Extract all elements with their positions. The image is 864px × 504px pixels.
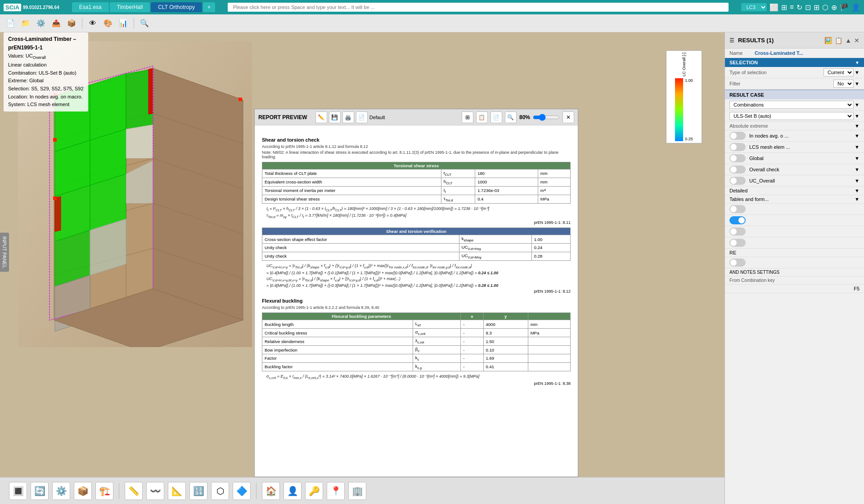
toggle-5-label: UC_Overall [749,178,775,183]
toggle-off-4[interactable] [729,259,746,267]
toolbar-icon-7[interactable]: ⬡ [822,3,828,12]
toolbar-icon-user[interactable]: 👤 [851,3,860,12]
toggle-1-label: In nodes avg. o ... [749,133,788,138]
report-content[interactable]: Shear and torsion check According to prE… [255,125,578,477]
report-edit-btn[interactable]: ✏️ [315,112,327,123]
toggle-off-1[interactable] [729,205,746,213]
section1-note: Note: N8/02: A linear interaction of she… [262,150,571,159]
toggle-off-3[interactable] [729,239,746,247]
combinations-row: Combinations ▼ [725,99,864,111]
toolbar-icon-5[interactable]: ⊡ [805,3,811,12]
bottom-btn-10[interactable]: ⬡ [211,482,229,500]
bottom-btn-2[interactable]: 🔄 [31,482,49,500]
toggle-off-row-3 [725,237,864,249]
bottom-btn-16[interactable]: 🏢 [348,482,366,500]
report-doc-btn[interactable]: 📋 [476,112,488,123]
shear-torsion-table: Shear and torsion verification Cross-sec… [262,227,571,261]
filter-dropdown[interactable]: No [833,80,854,88]
toolbar-icon-6[interactable]: ⊞ [814,3,819,12]
bottom-btn-15[interactable]: 📍 [327,482,345,500]
toggle-4[interactable] [729,165,746,174]
info-combination: Combination: ULS-Set B (auto) [8,69,84,77]
selection-section-header[interactable]: SELECTION ▼ [725,58,864,67]
table-row: Buckling factor kc,y - 0.41 [262,362,571,371]
analyze-btn[interactable]: 📊 [117,17,130,30]
section2-ref: According to prEN 1995-1-1 article 8.2.2… [262,305,571,310]
toggle-2-label: LCS mesh elem ... [749,144,790,150]
report-print-btn[interactable]: 🖨️ [342,112,354,123]
toggle-2[interactable] [729,143,746,151]
tab-esa1[interactable]: Esa1.esa [72,2,109,12]
new-file-btn[interactable]: 📄 [4,17,17,30]
search-btn[interactable]: 🔍 [138,17,151,30]
legend-labels: 1.00 0.25 [685,78,693,141]
report-preview-panel: REPORT PREVIEW ✏️ 💾 🖨️ 📄 Default ⊞ 📋 📄 🔍… [254,109,578,477]
results-icon-2[interactable]: 📋 [835,37,842,44]
new-tab-button[interactable]: + [203,2,215,12]
toolbar-icon-flag[interactable]: 🏴 [840,3,849,12]
type-selection-dropdown[interactable]: Current [824,68,854,76]
report-header: REPORT PREVIEW ✏️ 💾 🖨️ 📄 Default ⊞ 📋 📄 🔍… [255,109,578,125]
view-btn[interactable]: 👁 [86,17,99,30]
report-close-btn[interactable]: ✕ [562,112,574,123]
svg-marker-21 [148,68,153,114]
tab-timberhall[interactable]: TimberHall [110,2,150,12]
import-btn[interactable]: 📦 [65,17,78,30]
toggle-1[interactable] [729,132,746,140]
input-panel-tab[interactable]: INPUT PANEL [0,232,9,272]
lc-selector[interactable]: LC3 [741,3,767,11]
hamburger-icon[interactable]: ☰ [729,37,734,44]
bottom-btn-7[interactable]: 〰️ [146,482,164,500]
formula7: σc,crit = E0,k × Imin,x / (Lk,net,x²) = … [266,374,571,380]
report-search-btn[interactable]: 🔍 [505,112,517,123]
export-btn[interactable]: 📤 [50,17,63,30]
report-default-label: Default [369,115,385,120]
toggle-on[interactable] [729,216,746,224]
bottom-btn-11[interactable]: 🔷 [233,482,251,500]
combinations-dropdown[interactable]: Combinations [729,101,854,109]
bottom-btn-3[interactable]: ⚙️ [52,482,70,500]
bottom-btn-9[interactable]: 🔢 [189,482,207,500]
results-name-row: Name Cross-Laminated T... [725,49,864,58]
bottom-btn-6[interactable]: 📏 [125,482,143,500]
separator-2 [134,18,134,29]
toolbar-icon-2[interactable]: ⊞ [781,3,787,12]
tab-clt-orthotropy[interactable]: CLT Orthotropy [151,2,202,12]
bottom-btn-13[interactable]: 👤 [284,482,302,500]
render-btn[interactable]: 🎨 [101,17,115,30]
search-bar[interactable] [228,3,729,12]
toolbar-icon-1[interactable]: ⬜ [770,3,778,12]
toggle-row-2: LCS mesh elem ... ▼ [725,142,864,153]
report-zoom-slider[interactable] [533,114,560,121]
type-of-selection-row: Type of selection Current ▼ [725,67,864,78]
and-notes-row: AND NOTES SETTINGS [725,268,864,277]
bottom-btn-12[interactable]: 🏠 [262,482,280,500]
toolbar-icon-4[interactable]: ↻ [796,3,802,12]
bottom-btn-4[interactable]: 📦 [74,482,92,500]
uls-dropdown[interactable]: ULS-Set B (auto) [729,112,854,120]
report-view-btn[interactable]: ⊞ [462,112,473,123]
toggle-4-label: Overall check [749,167,779,172]
toolbar-icon-8[interactable]: ⊕ [831,3,837,12]
toolbar-icon-3[interactable]: ≡ [790,3,794,11]
settings-btn[interactable]: ⚙️ [34,17,48,30]
report-doc2-btn[interactable]: 📄 [490,112,502,123]
results-icon-1[interactable]: 🖼️ [824,37,832,44]
toggle-3[interactable] [729,154,746,162]
report-export-btn[interactable]: 📄 [356,112,368,123]
bottom-btn-14[interactable]: 🔑 [305,482,323,500]
bottom-btn-1[interactable]: 🔳 [9,482,27,500]
report-save-btn[interactable]: 💾 [329,112,341,123]
top-bar: SCiA 99.01021.2796.64 Esa1.esa TimberHal… [0,0,864,14]
toggle-5[interactable] [729,177,746,185]
info-system: System: LCS mesh element [8,101,84,109]
info-location: Location: In nodes avg. on macro. [8,93,84,101]
bottom-btn-5[interactable]: 🏗️ [95,482,113,500]
results-minimize-btn[interactable]: ▲ [845,37,851,44]
formula6: = |0.4[MPa]| / (1.00 × 1.7[MPa]) + (|-0.… [266,283,571,288]
open-file-btn[interactable]: 📁 [19,17,32,30]
bottom-btn-8[interactable]: 📐 [168,482,186,500]
result-case-section[interactable]: RESULT CASE [725,89,864,99]
toggle-off-2[interactable] [729,227,746,236]
results-close-btn[interactable]: ✕ [854,37,860,44]
